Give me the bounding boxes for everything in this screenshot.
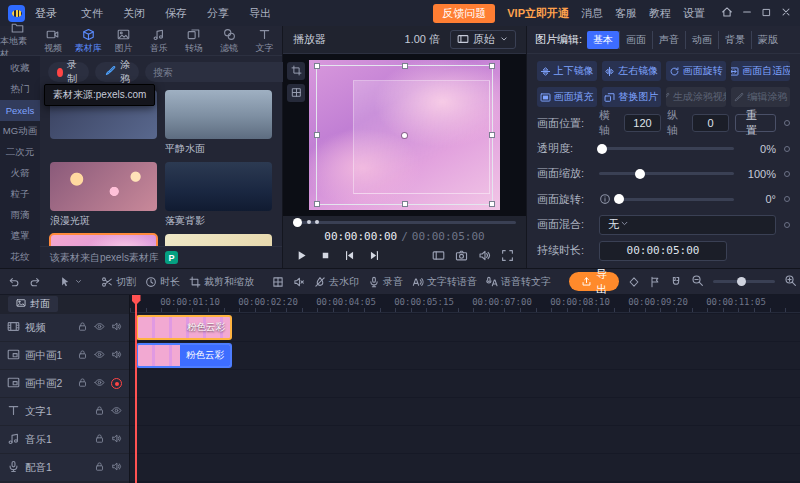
mirror-button-0[interactable]: 上下镜像 [537,61,597,81]
category-雨滴[interactable]: 雨滴 [0,205,40,226]
media-thumbnail[interactable] [165,162,272,211]
category-花纹[interactable]: 花纹 [0,247,40,268]
track-row-视频[interactable]: 粉色云彩 [130,314,800,341]
resize-handle[interactable] [314,63,320,69]
topbar-item-2[interactable]: 教程 [649,6,671,21]
resize-handle[interactable] [402,201,408,207]
menu-item-2[interactable]: 保存 [165,6,187,21]
snapshot-button[interactable] [455,249,468,264]
track-row-画中画2[interactable] [130,370,800,397]
fill-button-2[interactable]: 生成涂鸦视频 [666,87,726,107]
video-preview[interactable] [283,54,526,216]
minimize-button[interactable] [741,6,753,20]
track-volume-icon[interactable] [111,461,122,474]
category-收藏[interactable]: 收藏 [0,58,40,79]
keyframe-dot[interactable] [784,222,790,228]
track-row-文字1[interactable] [130,398,800,425]
category-二次元[interactable]: 二次元 [0,142,40,163]
lock-icon[interactable] [94,405,105,418]
home-button[interactable] [721,6,733,20]
marker-icon[interactable] [649,276,661,288]
slider-thumb[interactable] [635,169,645,179]
editor-tab-基本[interactable]: 基本 [587,31,619,49]
media-item[interactable]: 浪漫光斑 [50,162,157,228]
selection-box[interactable] [316,65,493,205]
mute-icon[interactable] [293,276,305,288]
slider-thumb[interactable] [597,144,607,154]
timeline-ruler[interactable]: 00:00:01:1000:00:02:2000:00:04:0500:00:0… [130,295,800,313]
timeline-clip[interactable]: 粉色云彩 [136,315,232,340]
library-tab-素材库[interactable]: 素材库 [71,26,106,55]
resize-handle[interactable] [314,132,320,138]
library-tab-音乐[interactable]: 音乐 [141,26,176,55]
pexels-badge[interactable]: P [165,251,178,264]
preview-grid-button[interactable] [287,84,305,102]
visibility-icon[interactable] [94,321,105,334]
track-row-画中画1[interactable]: 粉色云彩 [130,342,800,369]
cover-button[interactable]: 封面 [8,296,58,312]
stop-button[interactable] [320,250,331,263]
keyframe-dot[interactable] [784,196,790,202]
x-position-input[interactable]: 120 [624,114,661,132]
media-thumbnail[interactable] [165,234,272,246]
library-tab-文字[interactable]: 文字 [247,26,282,55]
topbar-item-0[interactable]: 消息 [581,6,603,21]
category-遮罩[interactable]: 遮罩 [0,226,40,247]
media-item[interactable]: 落寞背影 [165,162,272,228]
opacity-slider[interactable] [599,147,734,150]
topbar-item-3[interactable]: 设置 [683,6,705,21]
resize-handle[interactable] [314,201,320,207]
remove-watermark-button[interactable]: 去水印 [314,275,359,289]
doodle-button[interactable]: 涂鸦 [95,62,139,82]
record-button[interactable]: 录制 [48,62,89,82]
reset-button[interactable]: 重置 [735,114,776,132]
media-thumbnail[interactable] [165,90,272,139]
editor-tab-声音[interactable]: 声音 [652,31,685,49]
record-audio-button[interactable]: 录音 [368,275,403,289]
seek-thumb[interactable] [293,218,302,227]
scale-slider[interactable] [599,172,734,175]
fill-button-0[interactable]: 画面填充 [537,87,597,107]
category-粒子[interactable]: 粒子 [0,184,40,205]
lock-icon[interactable] [77,321,88,334]
timeline-clip[interactable]: 粉色云彩 [136,343,232,368]
maximize-button[interactable] [761,7,772,20]
keyframe-icon[interactable] [628,276,640,288]
redo-icon[interactable] [29,276,41,288]
slider-thumb[interactable] [614,194,624,204]
resize-handle[interactable] [489,132,495,138]
track-row-配音1[interactable] [130,454,800,481]
keyframe-dot[interactable] [784,146,790,152]
visibility-icon[interactable] [111,405,122,418]
library-tab-滤镜[interactable]: 滤镜 [212,26,247,55]
track-header-视频[interactable]: 视频 [0,314,129,341]
playhead[interactable] [135,295,137,483]
track-volume-icon[interactable] [111,433,122,446]
app-logo[interactable] [8,5,25,22]
export-button[interactable]: 导出 [569,272,619,291]
cut-button[interactable]: 切割 [101,275,136,289]
library-tab-视频[interactable]: 视频 [35,26,70,55]
visibility-icon[interactable] [94,349,105,362]
next-frame-button[interactable] [368,249,381,264]
track-header-音乐1[interactable]: 音乐1 [0,426,129,453]
menu-item-4[interactable]: 导出 [249,6,271,21]
category-MG动画[interactable]: MG动画 [0,121,40,142]
media-thumbnail[interactable] [50,162,157,211]
lock-icon[interactable] [77,377,88,390]
fill-button-1[interactable]: 替换图片 [602,87,662,107]
duration-input[interactable]: 00:00:05:00 [599,241,727,261]
menu-item-0[interactable]: 文件 [81,6,103,21]
editor-tab-背景[interactable]: 背景 [718,31,751,49]
track-header-文字1[interactable]: 文字1 [0,398,129,425]
undo-icon[interactable] [8,276,20,288]
blend-mode-select[interactable]: 无 [599,215,776,235]
media-item[interactable]: 永不放弃梦想 [165,234,272,246]
menu-item-1[interactable]: 关闭 [123,6,145,21]
library-tab-转场[interactable]: 转场 [176,26,211,55]
close-button[interactable] [780,6,792,20]
aspect-ratio-button[interactable] [432,249,445,264]
resize-handle[interactable] [489,201,495,207]
menu-item-3[interactable]: 分享 [207,6,229,21]
zoom-in-button[interactable] [784,274,797,289]
